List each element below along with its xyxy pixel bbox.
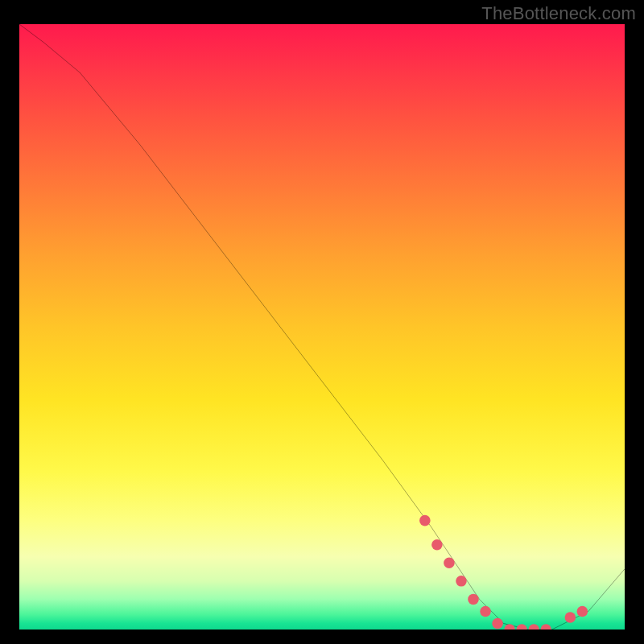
curve-svg — [19, 24, 625, 630]
highlight-point — [577, 606, 588, 617]
highlight-point — [456, 576, 467, 587]
highlight-point — [528, 624, 539, 630]
highlight-point — [492, 618, 503, 630]
plot-area — [19, 24, 625, 630]
highlight-point — [431, 539, 443, 551]
highlight-point — [504, 624, 515, 630]
highlight-point — [419, 515, 431, 526]
bottleneck-curve — [19, 24, 625, 630]
highlight-point — [444, 558, 455, 569]
highlight-markers — [419, 515, 588, 630]
highlight-point — [540, 624, 551, 630]
highlight-point — [516, 624, 527, 630]
highlight-point — [468, 594, 479, 605]
watermark-text: TheBottleneck.com — [481, 3, 636, 24]
chart-frame: TheBottleneck.com — [0, 0, 644, 644]
highlight-point — [565, 612, 576, 623]
highlight-point — [480, 606, 491, 617]
curve-layer — [19, 24, 625, 630]
